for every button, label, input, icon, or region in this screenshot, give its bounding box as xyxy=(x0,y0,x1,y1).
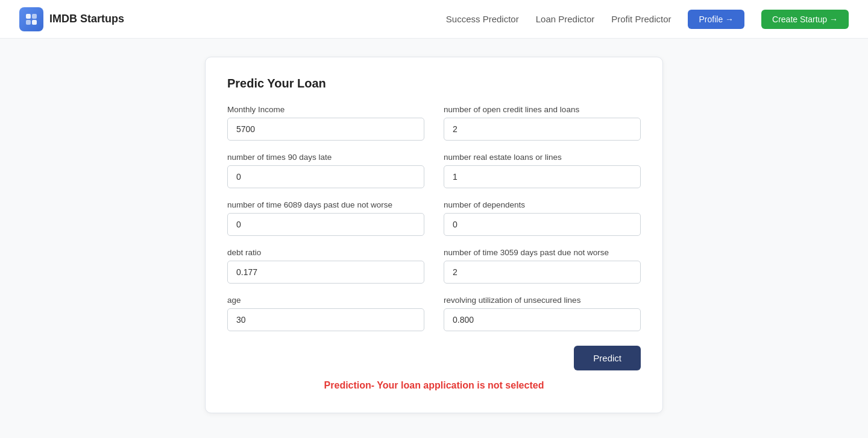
input-times-90-late[interactable] xyxy=(227,165,424,188)
form-group-times-90-late: number of times 90 days late xyxy=(227,153,424,188)
nav-success-predictor[interactable]: Success Predictor xyxy=(446,14,519,24)
label-times-90-late: number of times 90 days late xyxy=(227,153,424,162)
svg-rect-3 xyxy=(32,20,37,25)
brand-logo-link[interactable]: IMDB Startups xyxy=(19,7,124,31)
brand-logo xyxy=(19,7,43,31)
nav-profit-predictor[interactable]: Profit Predictor xyxy=(611,14,671,24)
brand-name: IMDB Startups xyxy=(49,13,124,25)
form-group-time-3059-days: number of time 3059 days past due not wo… xyxy=(444,248,641,284)
form-group-revolving-utilization: revolving utilization of unsecured lines xyxy=(444,296,641,331)
label-revolving-utilization: revolving utilization of unsecured lines xyxy=(444,296,641,305)
label-dependents: number of dependents xyxy=(444,200,641,209)
label-monthly-income: Monthly Income xyxy=(227,105,424,114)
form-actions: Predict xyxy=(227,346,641,370)
form-group-age: age xyxy=(227,296,424,331)
input-debt-ratio[interactable] xyxy=(227,261,424,284)
form-group-open-credit-lines: number of open credit lines and loans xyxy=(444,105,641,141)
input-monthly-income[interactable] xyxy=(227,118,424,141)
label-debt-ratio: debt ratio xyxy=(227,248,424,257)
input-open-credit-lines[interactable] xyxy=(444,118,641,141)
card-title: Predic Your Loan xyxy=(227,77,641,90)
svg-rect-2 xyxy=(26,20,31,25)
create-startup-button[interactable]: Create Startup → xyxy=(761,10,849,29)
form-group-monthly-income: Monthly Income xyxy=(227,105,424,141)
label-real-estate-loans: number real estate loans or lines xyxy=(444,153,641,162)
form-group-real-estate-loans: number real estate loans or lines xyxy=(444,153,641,188)
profile-button[interactable]: Profile → xyxy=(688,10,744,29)
svg-rect-0 xyxy=(26,14,31,19)
label-time-3059-days: number of time 3059 days past due not wo… xyxy=(444,248,641,257)
form-group-time-6089-days: number of time 6089 days past due not wo… xyxy=(227,200,424,236)
input-real-estate-loans[interactable] xyxy=(444,165,641,188)
input-time-6089-days[interactable] xyxy=(227,213,424,236)
predict-button[interactable]: Predict xyxy=(574,346,641,370)
input-age[interactable] xyxy=(227,308,424,331)
prediction-result: Prediction- Your loan application is not… xyxy=(227,380,641,391)
form-group-debt-ratio: debt ratio xyxy=(227,248,424,284)
input-time-3059-days[interactable] xyxy=(444,261,641,284)
navbar-links: Success Predictor Loan Predictor Profit … xyxy=(446,10,849,29)
form-group-dependents: number of dependents xyxy=(444,200,641,236)
navbar: IMDB Startups Success Predictor Loan Pre… xyxy=(0,0,868,39)
loan-predictor-card: Predic Your Loan Monthly Income number o… xyxy=(205,57,663,413)
label-age: age xyxy=(227,296,424,305)
input-dependents[interactable] xyxy=(444,213,641,236)
svg-rect-1 xyxy=(32,14,37,19)
main-content: Predic Your Loan Monthly Income number o… xyxy=(0,39,868,431)
nav-loan-predictor[interactable]: Loan Predictor xyxy=(536,14,595,24)
form-grid: Monthly Income number of open credit lin… xyxy=(227,105,641,331)
label-time-6089-days: number of time 6089 days past due not wo… xyxy=(227,200,424,209)
label-open-credit-lines: number of open credit lines and loans xyxy=(444,105,641,114)
logo-icon xyxy=(24,12,39,27)
input-revolving-utilization[interactable] xyxy=(444,308,641,331)
